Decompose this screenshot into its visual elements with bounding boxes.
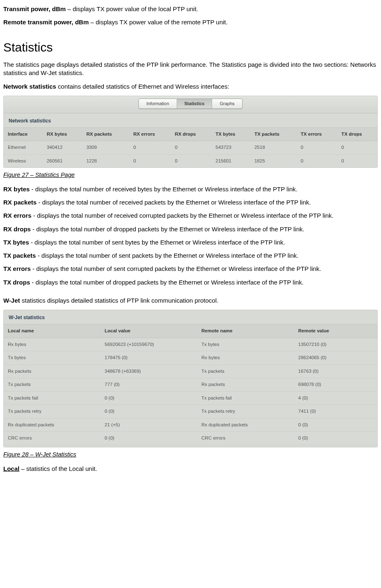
netstats-col-header: TX drops [337, 127, 377, 141]
table-cell: 0 [337, 141, 377, 155]
tab-statistics[interactable]: Statistics [177, 99, 213, 108]
remote-txpower-definition: Remote transmit power, dBm – displays TX… [3, 18, 378, 26]
table-cell: 215601 [211, 154, 250, 167]
wjet-col-header: Local name [4, 324, 101, 338]
table-cell: 56920623 (+10159670) [101, 338, 197, 352]
table-row: Rx duplicated packets21 (+5)Rx duplicate… [4, 419, 377, 432]
tab-bar: Information Statistics Graphs [138, 99, 242, 109]
statistics-heading: Statistics [3, 39, 378, 56]
definition-term: TX drops [3, 279, 30, 286]
field-definition: TX packets - displays the total number o… [3, 252, 378, 260]
figure-27-caption: Figure 27 – Statistics Page [3, 171, 378, 179]
table-row: Wireless260561122800215601182500 [4, 154, 377, 167]
table-row: Tx packets777 (0)Rx packets698078 (0) [4, 378, 377, 392]
definition-term: RX bytes [3, 186, 30, 193]
table-row: Ethernet340412330900543723251800 [4, 141, 377, 155]
table-cell: Rx duplicated packets [4, 419, 101, 432]
table-cell: Rx bytes [197, 351, 294, 365]
field-definition: RX bytes - displays the total number of … [3, 185, 378, 193]
remote-txpower-desc: – displays TX power value of the remote … [89, 19, 228, 26]
definition-term: TX errors [3, 265, 31, 272]
wjet-col-header: Remote value [294, 324, 377, 338]
network-statistics-lead: Network statistics contains detailed sta… [3, 82, 378, 91]
network-statistics-table: InterfaceRX bytesRX packetsRX errorsRX d… [4, 127, 377, 168]
table-cell: 0 (0) [101, 405, 197, 419]
definition-term: RX packets [3, 199, 37, 206]
remote-txpower-term: Remote transmit power, dBm [3, 19, 89, 26]
table-cell: Tx bytes [197, 338, 294, 352]
definition-text: - displays the total number of received … [31, 212, 333, 219]
table-cell: 0 (0) [294, 432, 377, 445]
field-definition: TX drops - displays the total number of … [3, 278, 378, 287]
table-cell: 1228 [82, 154, 129, 167]
table-cell: 28624065 (0) [294, 351, 377, 365]
table-row: CRC errors0 (0)CRC errors0 (0) [4, 432, 377, 445]
table-cell: Tx packets retry [197, 405, 294, 419]
table-cell: 4 (0) [294, 392, 377, 405]
netstats-col-header: RX errors [129, 127, 171, 141]
txpower-definition: Transmit power, dBm – displays TX power … [3, 5, 378, 13]
table-cell: Rx duplicated packets [197, 419, 294, 432]
definition-text: - displays the total number of dropped p… [31, 226, 304, 233]
table-cell: 0 [129, 141, 171, 155]
table-cell: 348678 (+63369) [101, 365, 197, 379]
netstats-col-header: Interface [4, 127, 42, 141]
field-definition: RX errors - displays the total number of… [3, 212, 378, 220]
wjet-statistics-table: Local nameLocal valueRemote nameRemote v… [4, 324, 377, 445]
table-cell: 178475 (0) [101, 351, 197, 365]
wjet-rest: statistics displays detailed statistics … [20, 297, 219, 304]
table-row: Rx packets348678 (+63369)Tx packets16763… [4, 365, 377, 379]
table-cell: Ethernet [4, 141, 42, 155]
wjet-statistics-screenshot: W-Jet statistics Local nameLocal valueRe… [3, 310, 378, 447]
table-cell: 21 (+5) [101, 419, 197, 432]
wjet-col-header: Local value [101, 324, 197, 338]
network-statistics-title: Network statistics [4, 113, 377, 127]
table-header-row: Local nameLocal valueRemote nameRemote v… [4, 324, 377, 338]
table-cell: 698078 (0) [294, 378, 377, 392]
table-cell: Rx packets [4, 365, 101, 379]
wjet-term: W-Jet [3, 297, 20, 304]
definition-text: - displays the total number of received … [30, 186, 297, 193]
definition-term: RX errors [3, 212, 31, 219]
table-cell: CRC errors [197, 432, 294, 445]
table-row: Rx bytes56920623 (+10159670)Tx bytes1350… [4, 338, 377, 352]
table-cell: 13507210 (0) [294, 338, 377, 352]
table-cell: Tx packets [197, 365, 294, 379]
definition-text: - displays the total number of sent corr… [31, 265, 321, 272]
txpower-desc: – displays TX power value of the local P… [66, 5, 198, 12]
table-row: Tx packets retry0 (0)Tx packets retry741… [4, 405, 377, 419]
field-definition: TX errors - displays the total number of… [3, 265, 378, 273]
figure-28-caption: Figure 28 – W-Jet Statistics [3, 451, 378, 459]
netstats-col-header: RX bytes [42, 127, 82, 141]
tab-bar-row: Information Statistics Graphs [4, 96, 377, 113]
tab-graphs[interactable]: Graphs [212, 99, 242, 108]
definition-term: TX packets [3, 252, 36, 259]
netstats-col-header: TX packets [250, 127, 297, 141]
table-cell: 1825 [250, 154, 297, 167]
tab-information[interactable]: Information [139, 99, 177, 108]
table-cell: 0 (0) [294, 419, 377, 432]
wjet-statistics-title: W-Jet statistics [4, 310, 377, 324]
statistics-intro: The statistics page displays detailed st… [3, 61, 378, 78]
table-cell: 0 [297, 141, 337, 155]
local-definition: Local – statistics of the Local unit. [3, 465, 378, 473]
table-cell: 0 [171, 141, 211, 155]
table-row: Tx packets fail0 (0)Tx packets fail4 (0) [4, 392, 377, 405]
table-cell: 777 (0) [101, 378, 197, 392]
local-term: Local [3, 465, 19, 472]
table-cell: 0 [171, 154, 211, 167]
table-cell: 0 (0) [101, 392, 197, 405]
local-rest: – statistics of the Local unit. [19, 465, 97, 472]
netstats-col-header: RX packets [82, 127, 129, 141]
definition-text: - displays the total number of sent pack… [36, 252, 299, 259]
field-definition: TX bytes - displays the total number of … [3, 238, 378, 247]
field-definition: RX drops - displays the total number of … [3, 225, 378, 233]
table-cell: CRC errors [4, 432, 101, 445]
definition-term: RX drops [3, 226, 31, 233]
table-cell: 0 [337, 154, 377, 167]
table-cell: 16763 (0) [294, 365, 377, 379]
table-row: Tx bytes178475 (0)Rx bytes28624065 (0) [4, 351, 377, 365]
table-cell: Tx bytes [4, 351, 101, 365]
table-cell: Tx packets [4, 378, 101, 392]
table-cell: Tx packets fail [197, 392, 294, 405]
